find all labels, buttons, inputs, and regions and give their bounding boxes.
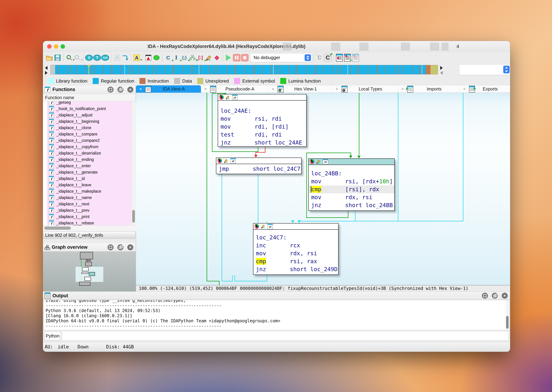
group-nodes-icon[interactable]: ⇄ <box>323 159 328 164</box>
tab-close-icon[interactable]: × <box>401 86 405 92</box>
graph-overview-canvas[interactable] <box>43 252 136 291</box>
edit-icon[interactable] <box>261 224 266 229</box>
jump-address-icon[interactable]: ▾ <box>65 54 73 62</box>
tab-close-icon[interactable]: × <box>335 86 339 92</box>
asm-line[interactable]: jnz short loc_24AE <box>221 139 304 147</box>
asm-line[interactable]: jnz short loc_249D <box>256 265 336 273</box>
tab-close-icon[interactable]: × <box>203 86 208 92</box>
panel-float-icon[interactable] <box>117 244 123 250</box>
list-item[interactable]: f_idaplace_t__adjust <box>43 112 131 118</box>
asm-line[interactable]: cmp rsi, rax <box>256 257 336 265</box>
basic-block-loc_24BB[interactable]: ⇄ loc_24BB: mov rsi, [rdx+10h] cmp [rsi]… <box>308 158 395 211</box>
list-item[interactable]: f_idaplace_t__copyfrom <box>43 144 131 150</box>
open-file-icon[interactable] <box>45 54 53 62</box>
nav-scroll-right-end-icon[interactable] <box>440 66 443 70</box>
tab-close-icon[interactable]: × <box>138 86 143 92</box>
jump-back-icon[interactable]: ▾ <box>73 54 81 62</box>
list-item[interactable]: f_idaplace_t__next <box>43 201 131 207</box>
list-item[interactable]: f_idaplace_t__id <box>43 175 131 182</box>
create-array-icon[interactable]: [:]+ <box>197 54 205 62</box>
debugger-pause-icon[interactable] <box>233 54 241 62</box>
output-vscrollbar[interactable] <box>506 301 509 330</box>
basic-block-loc_24AE[interactable]: ⇄ loc_24AE: mov rsi, rdi mov rdi, [rdi] … <box>218 94 307 147</box>
remove-breakpoint-icon[interactable] <box>351 54 360 62</box>
maximize-traffic-light[interactable] <box>61 44 65 49</box>
list-item[interactable]: f_hook_to_notification_point <box>43 105 131 112</box>
list-item[interactable]: f_idaplace_t__leave <box>43 182 131 188</box>
asm-label[interactable]: loc_24C7: <box>256 234 336 242</box>
vscrollbar-thumb[interactable] <box>132 210 135 223</box>
edit-icon[interactable] <box>205 54 213 62</box>
create-function-icon[interactable]: C+ <box>164 54 172 62</box>
colors-icon[interactable] <box>144 54 152 62</box>
jump-xref-icon[interactable] <box>121 54 129 62</box>
color-wheel-icon[interactable] <box>217 158 222 163</box>
list-item[interactable]: f_idaplace_t__enter <box>43 163 131 169</box>
function-jump-combo[interactable] <box>459 64 510 75</box>
function-name-column-header[interactable]: Function name <box>43 94 136 101</box>
asm-line[interactable]: inc rcx <box>256 242 336 249</box>
panel-close-icon[interactable]: × <box>127 244 133 250</box>
asm-line[interactable]: jmp short loc_24C7 <box>219 165 299 173</box>
tab-pseudocode-a[interactable]: × Pseudocode-A <box>201 85 268 93</box>
panel-minimize-icon[interactable] <box>108 244 114 250</box>
list-item[interactable]: f_idaplace_t__prev <box>43 207 131 213</box>
tab-hex-view-1[interactable]: × ● Hex View-1 <box>268 85 332 93</box>
list-item[interactable]: f_getseg <box>43 101 131 105</box>
nav-scroll-left-end-icon[interactable] <box>440 71 443 75</box>
breakpoint-list-icon[interactable] <box>335 54 344 62</box>
select-stepper-icon[interactable] <box>305 54 311 61</box>
list-item[interactable]: f_idaplace_t__compare <box>43 131 131 137</box>
list-item[interactable]: f_idaplace_t__ending <box>43 156 131 163</box>
lumina-icon[interactable] <box>152 54 160 62</box>
navigation-band[interactable] <box>50 65 438 74</box>
tab-imports[interactable]: × Imports <box>398 85 460 93</box>
save-icon[interactable] <box>53 54 62 62</box>
pseudocode-icon[interactable]: C↱ <box>324 54 332 62</box>
graph-view[interactable]: ⇄ loc_24AE: mov rsi, rdi mov rdi, [rdi] … <box>136 93 510 285</box>
tab-close-icon[interactable]: × <box>462 86 466 92</box>
tab-exports[interactable]: × Exports <box>460 85 510 93</box>
dropdown-caret-icon[interactable]: ▾ <box>81 58 82 61</box>
list-item[interactable]: f_idaplace_t__makeplace <box>43 188 131 194</box>
function-list-hscrollbar[interactable] <box>43 225 136 231</box>
edit-icon[interactable] <box>316 159 321 164</box>
group-nodes-icon[interactable]: ⇄ <box>267 224 273 229</box>
breakpoint-diamond-icon[interactable] <box>213 54 221 62</box>
create-graph-icon[interactable]: ▾+ <box>188 54 197 62</box>
python-input[interactable] <box>62 331 508 340</box>
asm-label[interactable]: loc_24BB: <box>311 169 392 177</box>
nav-scroll-right-icon[interactable] <box>45 71 48 75</box>
color-wheel-icon[interactable] <box>254 224 259 229</box>
list-item[interactable]: f_idaplace_t__rebase <box>43 220 131 225</box>
asm-line[interactable]: mov rsi, rdi <box>221 115 304 123</box>
panel-close-icon[interactable]: × <box>502 293 508 299</box>
panel-float-icon[interactable] <box>492 293 498 299</box>
panel-close-icon[interactable]: × <box>127 87 133 93</box>
functions-panel-header[interactable]: f Functions × <box>43 85 136 94</box>
nav-scroll-left-icon[interactable] <box>45 66 48 70</box>
minimize-traffic-light[interactable] <box>54 44 58 49</box>
panel-float-icon[interactable] <box>117 87 123 93</box>
names-window-icon[interactable]: # <box>85 54 93 62</box>
asm-line[interactable]: mov rsi, [rdx+10h] <box>311 177 392 185</box>
vscrollbar-thumb[interactable] <box>506 316 509 329</box>
list-item[interactable]: f_idaplace_t__name <box>43 194 131 201</box>
basic-block-jmp[interactable]: ⇄ jmp short loc_24C7 <box>216 158 301 174</box>
jump-next-icon-disabled[interactable] <box>113 54 121 62</box>
hscrollbar-thumb[interactable] <box>44 226 71 230</box>
panel-minimize-icon[interactable] <box>108 87 114 93</box>
asm-line[interactable]: mov rdx, rsi <box>311 193 392 201</box>
ascii-string-icon[interactable]: A ▾ <box>133 54 141 62</box>
title-bar[interactable]: IDA - HexRaysCodeXplorer64.dylib.i64 (He… <box>43 41 510 52</box>
list-item[interactable]: f_idaplace_t__clone <box>43 125 131 131</box>
create-instruction-icon[interactable]: I+ <box>172 54 180 62</box>
function-list[interactable]: f_getseg f_hook_to_notification_point f_… <box>43 101 131 225</box>
output-console[interactable]: 27B20: using guessed type __int64 g_Reco… <box>44 300 509 330</box>
pseudocode-back-icon[interactable]: C↰ <box>315 54 324 62</box>
python-prompt-label[interactable]: Python <box>45 332 61 340</box>
add-breakpoint-icon[interactable]: + <box>344 54 351 62</box>
edit-icon[interactable] <box>225 95 230 100</box>
create-struct-icon[interactable]: {;}+ <box>180 54 188 62</box>
text-window-icon[interactable]: T <box>93 54 101 62</box>
